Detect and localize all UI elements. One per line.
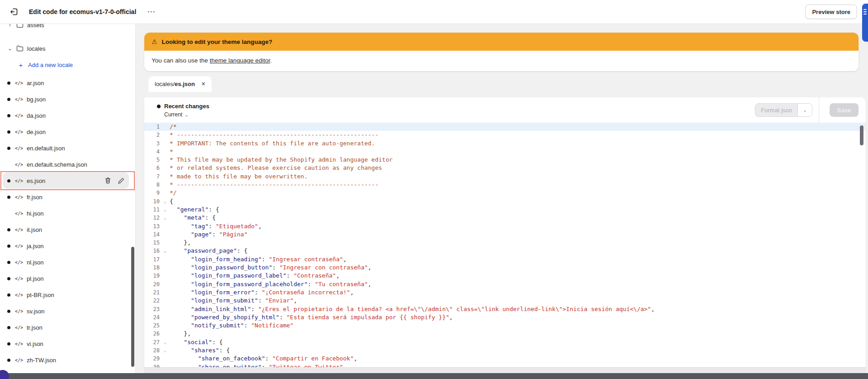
code-line[interactable]: 15 }, bbox=[144, 239, 866, 247]
code-line[interactable]: 4* bbox=[144, 148, 866, 156]
exit-icon[interactable] bbox=[6, 4, 22, 19]
format-json-button[interactable]: Format json ⌄ bbox=[755, 103, 812, 117]
fold-toggle-icon[interactable]: ⌄ bbox=[161, 247, 169, 255]
theme-language-editor-link[interactable]: theme language editor bbox=[210, 57, 270, 64]
code-line[interactable]: 18 "login_password_button": "Ingresar co… bbox=[144, 264, 866, 272]
code-editor[interactable]: 1/*2* ----------------------------------… bbox=[144, 123, 866, 367]
line-number: 22 bbox=[144, 297, 161, 305]
code-line[interactable]: 21 "login_form_error": "¡Contraseña inco… bbox=[144, 288, 866, 297]
fold-toggle-icon[interactable]: ⌄ bbox=[161, 338, 169, 346]
add-locale-label: Add a new locale bbox=[28, 62, 73, 68]
code-line[interactable]: 30 "share_on_twitter": "Twittear en Twit… bbox=[144, 363, 866, 367]
file-name: fr.json bbox=[27, 194, 43, 201]
close-tab-icon[interactable]: ✕ bbox=[201, 81, 205, 87]
format-json-caret[interactable]: ⌄ bbox=[797, 104, 812, 116]
code-line[interactable]: 25 "notify_submit": "Notifícame" bbox=[144, 321, 866, 330]
sidebar-item-zh-TW.json[interactable]: </>zh-TW.json bbox=[0, 352, 135, 368]
code-line[interactable]: 11⌄ "general": { bbox=[144, 206, 866, 214]
more-actions-icon[interactable]: ⋯ bbox=[144, 6, 158, 18]
add-locale-button[interactable]: + Add a new locale bbox=[0, 58, 135, 71]
delete-file-icon[interactable] bbox=[104, 177, 111, 184]
sidebar-item-sv.json[interactable]: </>sv.json bbox=[0, 303, 135, 319]
code-text: "share_on_facebook": "Compartir en Faceb… bbox=[169, 355, 357, 363]
sidebar-item-ar.json[interactable]: </>ar.json bbox=[0, 75, 135, 91]
code-line[interactable]: 6* or related systems. Please exercise c… bbox=[144, 164, 866, 172]
fold-spacer bbox=[161, 164, 169, 172]
code-line[interactable]: 9*/ bbox=[144, 189, 866, 197]
code-line[interactable]: 12⌄ "meta": { bbox=[144, 214, 866, 222]
code-file-icon: </> bbox=[14, 276, 24, 281]
code-text: "shares": { bbox=[169, 346, 230, 355]
line-number: 24 bbox=[144, 313, 161, 321]
code-line[interactable]: 27⌄ "social": { bbox=[144, 338, 866, 346]
preview-store-button[interactable]: Preview store bbox=[805, 5, 857, 19]
folder-assets[interactable]: › assets bbox=[0, 24, 135, 31]
sidebar-item-ja.json[interactable]: </>ja.json bbox=[0, 238, 135, 254]
line-number: 18 bbox=[144, 264, 161, 272]
sidebar-item-pl.json[interactable]: </>pl.json bbox=[0, 270, 135, 287]
tab-filename: es.json bbox=[175, 81, 195, 87]
code-line[interactable]: 20 "login_form_password_placeholder": "T… bbox=[144, 280, 866, 288]
fold-toggle-icon[interactable]: ⌄ bbox=[161, 206, 169, 214]
code-file-icon: </> bbox=[14, 178, 24, 183]
main-area: ⚠ Looking to edit your theme language? Y… bbox=[136, 24, 868, 379]
save-button[interactable]: Save bbox=[830, 103, 859, 117]
sidebar-item-pt-BR.json[interactable]: </>pt-BR.json bbox=[0, 287, 135, 303]
code-file-icon: </> bbox=[14, 146, 24, 151]
editor-scrollbar[interactable] bbox=[860, 125, 863, 145]
sidebar-item-it.json[interactable]: </>it.json bbox=[0, 221, 135, 238]
code-line[interactable]: 1/* bbox=[144, 123, 866, 131]
line-number: 25 bbox=[144, 321, 161, 330]
folder-locales[interactable]: ⌄ locales bbox=[0, 42, 135, 55]
sidebar-scrollbar[interactable] bbox=[131, 247, 134, 367]
sidebar-item-fr.json[interactable]: </>fr.json bbox=[0, 189, 135, 205]
sidebar-item-en.default.json[interactable]: </>en.default.json bbox=[0, 140, 135, 156]
code-line[interactable]: 26 }, bbox=[144, 330, 866, 338]
sidebar-item-nl.json[interactable]: </>nl.json bbox=[0, 254, 135, 270]
sidebar-item-de.json[interactable]: </>de.json bbox=[0, 124, 135, 140]
code-line[interactable]: 3* IMPORTANT: The contents of this file … bbox=[144, 139, 866, 148]
code-line[interactable]: 28⌄ "shares": { bbox=[144, 346, 866, 355]
code-line[interactable]: 19 "login_form_password_label": "Contras… bbox=[144, 272, 866, 280]
code-line[interactable]: 14 "page": "Página" bbox=[144, 230, 866, 239]
code-line[interactable]: 22 "login_form_submit": "Enviar", bbox=[144, 297, 866, 305]
sidebar-item-en.default.schema.json[interactable]: </>en.default.schema.json bbox=[0, 156, 135, 173]
fold-toggle-icon[interactable]: ⌄ bbox=[161, 197, 169, 206]
code-line[interactable]: 23 "admin_link_html": "¿Eres el propieta… bbox=[144, 305, 866, 313]
code-line[interactable]: 5* This file may be updated by the Shopi… bbox=[144, 156, 866, 164]
tab-locales-es-json[interactable]: locales/es.json ✕ bbox=[148, 76, 212, 92]
fold-toggle-icon[interactable]: ⌄ bbox=[161, 214, 169, 222]
code-line[interactable]: 17 "login_form_heading": "Ingresar contr… bbox=[144, 255, 866, 264]
code-line[interactable]: 24 "powered_by_shopify_html": "Esta tien… bbox=[144, 313, 866, 321]
sidebar-item-bg.json[interactable]: </>bg.json bbox=[0, 91, 135, 107]
code-file-icon: </> bbox=[14, 341, 24, 346]
code-line[interactable]: 7* made to this file may be overwritten. bbox=[144, 173, 866, 181]
sidebar-item-es.json[interactable]: </>es.json bbox=[3, 173, 129, 189]
extension-edge-tab[interactable] bbox=[862, 4, 868, 42]
code-line[interactable]: 2* -------------------------------------… bbox=[144, 131, 866, 139]
code-line[interactable]: 8* -------------------------------------… bbox=[144, 181, 866, 189]
code-line[interactable]: 16⌄ "password_page": { bbox=[144, 247, 866, 255]
row-actions bbox=[104, 177, 124, 184]
file-name: ar.json bbox=[27, 80, 44, 86]
code-text: "login_form_submit": "Enviar", bbox=[169, 297, 297, 305]
line-number: 23 bbox=[144, 305, 161, 313]
code-line[interactable]: 29 "share_on_facebook": "Compartir en Fa… bbox=[144, 355, 866, 363]
sidebar-item-tr.json[interactable]: </>tr.json bbox=[0, 319, 135, 336]
code-file-icon: </> bbox=[14, 293, 24, 297]
fold-toggle-icon[interactable]: ⌄ bbox=[161, 346, 169, 355]
code-file-icon: </> bbox=[14, 162, 24, 167]
banner-text-suffix: . bbox=[270, 57, 272, 64]
code-text: "notify_submit": "Notifícame" bbox=[169, 321, 294, 330]
sidebar-item-hi.json[interactable]: </>hi.json bbox=[0, 205, 135, 221]
rename-file-icon[interactable] bbox=[118, 178, 124, 184]
sidebar-item-vi.json[interactable]: </>vi.json bbox=[0, 336, 135, 352]
unsaved-dot bbox=[157, 105, 161, 108]
code-file-icon: </> bbox=[14, 244, 24, 249]
code-line[interactable]: 13 "tag": "Etiquetado", bbox=[144, 222, 866, 230]
code-line[interactable]: 10⌄{ bbox=[144, 197, 866, 206]
line-number: 17 bbox=[144, 255, 161, 264]
sidebar-item-da.json[interactable]: </>da.json bbox=[0, 107, 135, 124]
unsaved-dot bbox=[7, 359, 10, 362]
code-file-icon: </> bbox=[14, 211, 24, 216]
